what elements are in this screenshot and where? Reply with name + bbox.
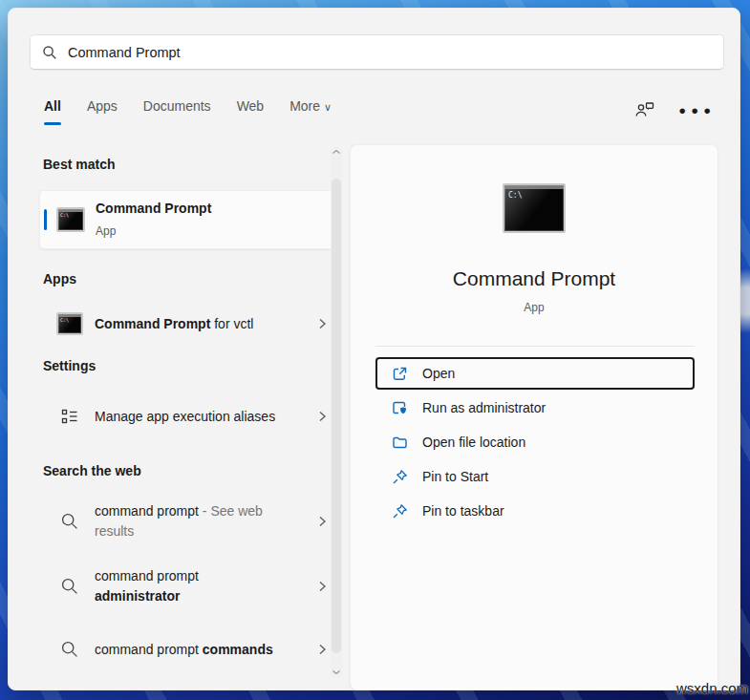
preview-title: Command Prompt	[351, 267, 718, 290]
tab-all[interactable]: All	[44, 98, 61, 125]
chevron-right-icon	[314, 514, 330, 529]
tab-more-label: More	[289, 98, 320, 114]
section-heading-search-the-web: Search the web	[43, 463, 141, 478]
selection-accent-bar	[44, 209, 47, 230]
search-icon	[42, 45, 57, 60]
search-icon	[60, 577, 79, 596]
tab-all-label: All	[44, 98, 61, 114]
search-icon	[60, 512, 79, 531]
tab-more[interactable]: More∨	[289, 98, 332, 125]
result-command-prompt-for-vctl[interactable]: C:\ Command Prompt for vctl	[39, 303, 339, 345]
result-title: Command Prompt for vctl	[95, 314, 286, 334]
chevron-right-icon	[314, 642, 330, 657]
folder-icon	[392, 435, 408, 451]
search-flyout-panel: All Apps Documents Web More∨ ● ● ● Best …	[8, 8, 740, 690]
pin-icon	[392, 503, 408, 520]
action-label: Pin to Start	[422, 469, 488, 484]
tab-web-label: Web	[237, 98, 265, 114]
result-manage-app-execution-aliases[interactable]: Manage app execution aliases	[39, 389, 339, 444]
command-prompt-icon-large: C:\	[503, 183, 566, 233]
action-label: Run as administrator	[422, 400, 546, 415]
results-list: Best match C:\ Command Prompt App Apps C…	[30, 144, 339, 690]
action-run-as-administrator[interactable]: Run as administrator	[375, 392, 695, 424]
tab-documents-label: Documents	[143, 98, 211, 114]
action-list: Open Run as administrator Open file	[375, 357, 695, 529]
suggestion-text: command prompt - See web results	[95, 501, 286, 541]
result-subtitle: App	[96, 222, 287, 242]
result-title: Manage app execution aliases	[95, 407, 286, 427]
section-heading-settings: Settings	[43, 358, 96, 373]
scroll-up-icon[interactable]	[331, 148, 342, 156]
action-open-file-location[interactable]: Open file location	[375, 426, 695, 458]
chevron-down-icon: ∨	[324, 101, 332, 113]
admin-shield-icon	[392, 400, 408, 416]
tab-web[interactable]: Web	[237, 98, 265, 125]
tab-apps-label: Apps	[87, 98, 118, 114]
tab-documents[interactable]: Documents	[143, 98, 211, 125]
action-label: Pin to taskbar	[422, 503, 504, 519]
web-suggestion-see-web-results[interactable]: command prompt - See web results	[39, 494, 339, 549]
section-heading-apps: Apps	[43, 271, 76, 286]
scroll-down-icon[interactable]	[331, 668, 342, 676]
search-box[interactable]	[30, 34, 724, 70]
command-prompt-icon: C:\	[56, 207, 85, 232]
suggestion-text: command prompt administrator	[95, 566, 286, 606]
web-suggestion-administrator[interactable]: command prompt administrator	[39, 559, 339, 614]
open-external-icon	[392, 366, 408, 382]
result-title: Command Prompt	[96, 199, 287, 219]
scrollbar-thumb[interactable]	[332, 179, 341, 653]
chevron-right-icon	[314, 409, 330, 424]
search-icon	[60, 640, 79, 659]
action-pin-to-taskbar[interactable]: Pin to taskbar	[375, 495, 695, 527]
watermark: wsxdn.com	[676, 680, 748, 696]
tab-apps[interactable]: Apps	[87, 98, 118, 125]
suggestion-text: command prompt commands	[95, 640, 286, 660]
scrollbar[interactable]	[331, 146, 342, 678]
active-tab-underline	[44, 122, 61, 125]
search-input[interactable]	[68, 45, 712, 60]
action-pin-to-start[interactable]: Pin to Start	[375, 460, 695, 493]
chevron-right-icon	[314, 579, 330, 594]
pin-icon	[392, 469, 408, 485]
action-label: Open	[422, 366, 455, 381]
command-prompt-icon: C:\	[56, 312, 83, 335]
web-suggestion-commands[interactable]: command prompt commands	[39, 622, 339, 677]
section-heading-best-match: Best match	[43, 157, 115, 172]
app-execution-aliases-icon	[60, 407, 79, 426]
action-open[interactable]: Open	[375, 357, 695, 390]
chevron-right-icon	[314, 316, 330, 331]
more-options-icon[interactable]: ● ● ●	[678, 104, 713, 117]
preview-pane: C:\ Command Prompt App Open	[350, 144, 718, 690]
search-filter-tabs: All Apps Documents Web More∨	[44, 98, 332, 125]
action-label: Open file location	[422, 435, 525, 450]
account-icon[interactable]	[634, 100, 655, 119]
result-best-match-command-prompt[interactable]: C:\ Command Prompt App	[39, 190, 339, 249]
preview-subtitle: App	[351, 301, 718, 314]
divider	[375, 346, 695, 347]
